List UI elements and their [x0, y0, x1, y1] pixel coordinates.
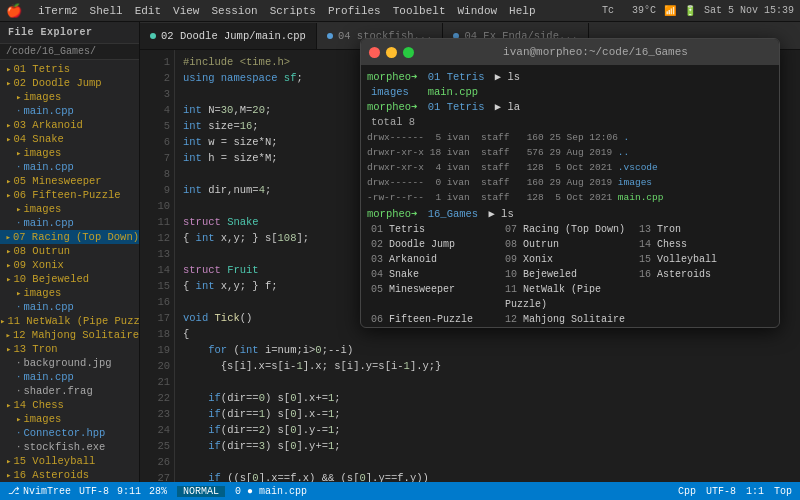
code-line-21	[183, 374, 792, 390]
game-09: 09 Xonix	[505, 252, 639, 267]
sidebar-item-06-fifteen[interactable]: ▸06 Fifteen-Puzzle	[0, 188, 139, 202]
minimize-button[interactable]	[386, 47, 397, 58]
code-line-24: if(dir==2) s[0].y-=1;	[183, 422, 792, 438]
sidebar-item-05-minesweeper[interactable]: ▸05 Minesweeper	[0, 174, 139, 188]
sidebar-item-maincpp-06[interactable]: ·main.cpp	[0, 216, 139, 230]
sidebar-item-10-bejeweled[interactable]: ▸10 Bejeweled	[0, 272, 139, 286]
sidebar-item-01-tetris[interactable]: ▸01 Tetris	[0, 62, 139, 76]
terminal-body[interactable]: morpheo➜ 01 Tetris ▶ ls images main.cpp …	[361, 65, 779, 327]
game-10: 10 Bejeweled	[505, 267, 639, 282]
menu-bar: 🍎 iTerm2 Shell Edit View Session Scripts…	[0, 0, 800, 22]
utf-status: UTF-8	[706, 486, 736, 497]
sidebar-tree[interactable]: ▸01 Tetris▸02 Doodle Jump▸images·main.cp…	[0, 60, 139, 500]
lang-status: Cpp	[678, 486, 696, 497]
sidebar-item-11-netwalk[interactable]: ▸11 NetWalk (Pipe Puzzle)	[0, 314, 139, 328]
vim-mode: NORMAL	[177, 486, 225, 497]
game-16: 16 Asteroids	[639, 267, 773, 282]
menu-shell[interactable]: Shell	[90, 5, 123, 17]
game-07: 07 Racing (Top Down)	[505, 222, 639, 237]
terminal-perm-4: drwx------ 0 ivan staff 160 29 Aug 2019 …	[367, 175, 773, 190]
menu-scripts[interactable]: Scripts	[270, 5, 316, 17]
tab-label-tab1: 02 Doodle Jump/main.cpp	[161, 30, 306, 42]
sidebar-item-maincpp-13[interactable]: ·main.cpp	[0, 370, 139, 384]
menu-help[interactable]: Help	[509, 5, 535, 17]
sidebar-item-02-doodle[interactable]: ▸02 Doodle Jump	[0, 76, 139, 90]
menu-window[interactable]: Window	[458, 5, 498, 17]
sidebar-item-14-chess[interactable]: ▸14 Chess	[0, 398, 139, 412]
code-line-22: if(dir==0) s[0].x+=1;	[183, 390, 792, 406]
close-button[interactable]	[369, 47, 380, 58]
terminal-perm-2: drwxr-xr-x 18 ivan staff 576 29 Aug 2019…	[367, 145, 773, 160]
pos-status: 1:1	[746, 486, 764, 497]
sidebar-item-background-jpg[interactable]: ·background.jpg	[0, 356, 139, 370]
sidebar-item-04-snake[interactable]: ▸04 Snake	[0, 132, 139, 146]
sidebar-item-09-xonix[interactable]: ▸09 Xonix	[0, 258, 139, 272]
datetime: Sat 5 Nov 15:39	[704, 5, 794, 16]
system-status: Tc 39°C	[602, 5, 656, 16]
sidebar-item-images-04[interactable]: ▸images	[0, 146, 139, 160]
sidebar-item-maincpp-02[interactable]: ·main.cpp	[0, 104, 139, 118]
battery-icon: 🔋	[684, 5, 696, 17]
sidebar-item-07-racing[interactable]: ▸07 Racing (Top Down)	[0, 230, 139, 244]
game-15: 15 Volleyball	[639, 252, 773, 267]
sidebar-item-images-10[interactable]: ▸images	[0, 286, 139, 300]
encoding-status: UTF-8	[79, 486, 109, 497]
sidebar-item-13-tron[interactable]: ▸13 Tron	[0, 342, 139, 356]
sidebar-item-15-volleyball[interactable]: ▸15 Volleyball	[0, 454, 139, 468]
line-col-status: 9:11	[117, 486, 141, 497]
wifi-icon: 📶	[664, 5, 676, 17]
game-03: 03 Arkanoid	[371, 252, 505, 267]
menu-edit[interactable]: Edit	[135, 5, 161, 17]
terminal-line-2: morpheo➜ 01 Tetris ▶ la	[367, 100, 773, 115]
terminal-title: ivan@morpheo:~/code/16_Games	[420, 46, 771, 58]
terminal-ls-output: images main.cpp	[371, 85, 773, 100]
sidebar-item-connector-hpp[interactable]: ·Connector.hpp	[0, 426, 139, 440]
sidebar-item-images-02[interactable]: ▸images	[0, 90, 139, 104]
sidebar-item-shader-frag[interactable]: ·shader.frag	[0, 384, 139, 398]
terminal-window[interactable]: ivan@morpheo:~/code/16_Games morpheo➜ 01…	[360, 38, 780, 328]
game-13: 13 Tron	[639, 222, 773, 237]
terminal-total: total 8	[371, 115, 773, 130]
game-14: 14 Chess	[639, 237, 773, 252]
branch-name: NvimTree	[23, 486, 71, 497]
scroll-status: Top	[774, 486, 792, 497]
file-status: 0 ● main.cpp	[235, 486, 307, 497]
game-08: 08 Outrun	[505, 237, 639, 252]
sidebar-item-maincpp-10[interactable]: ·main.cpp	[0, 300, 139, 314]
game-01: 01 Tetris	[371, 222, 505, 237]
game-06: 06 Fifteen-Puzzle	[371, 312, 505, 327]
code-line-25: if(dir==3) s[0].y+=1;	[183, 438, 792, 454]
menu-session[interactable]: Session	[211, 5, 257, 17]
sidebar-item-03-arkanoid[interactable]: ▸03 Arkanoid	[0, 118, 139, 132]
sidebar-item-08-outrun[interactable]: ▸08 Outrun	[0, 244, 139, 258]
sidebar-item-stockfish-exe[interactable]: ·stockfish.exe	[0, 440, 139, 454]
tab-dot-tab1	[150, 33, 156, 39]
menu-right: Tc 39°C 📶 🔋 Sat 5 Nov 15:39	[602, 5, 794, 17]
menu-profiles[interactable]: Profiles	[328, 5, 381, 17]
tab-tab1[interactable]: 02 Doodle Jump/main.cpp	[140, 23, 317, 49]
branch-icon: ⎇	[8, 485, 20, 497]
git-branch: ⎇ NvimTree	[8, 485, 71, 497]
sidebar-item-maincpp-04[interactable]: ·main.cpp	[0, 160, 139, 174]
menu-toolbelt[interactable]: Toolbelt	[393, 5, 446, 17]
file-explorer-sidebar: File Explorer /code/16_Games/ ▸01 Tetris…	[0, 22, 140, 500]
maximize-button[interactable]	[403, 47, 414, 58]
game-12: 12 Mahjong Solitaire	[505, 312, 639, 327]
sidebar-item-12-mahjong[interactable]: ▸12 Mahjong Solitaire	[0, 328, 139, 342]
sidebar-item-images-14[interactable]: ▸images	[0, 412, 139, 426]
sidebar-breadcrumb: /code/16_Games/	[0, 44, 139, 60]
apple-icon[interactable]: 🍎	[6, 3, 22, 19]
terminal-perm-5: -rw-r--r-- 1 ivan staff 128 5 Oct 2021 m…	[367, 190, 773, 205]
code-line-26	[183, 454, 792, 470]
sidebar-item-16-asteroids[interactable]: ▸16 Asteroids	[0, 468, 139, 482]
code-line-19: for (int i=num;i>0;--i)	[183, 342, 792, 358]
code-line-18: {	[183, 326, 792, 342]
menu-iterm2[interactable]: iTerm2	[38, 5, 78, 17]
terminal-perm-1: drwx------ 5 ivan staff 160 25 Sep 12:06…	[367, 130, 773, 145]
menu-view[interactable]: View	[173, 5, 199, 17]
terminal-games-grid: 01 Tetris 07 Racing (Top Down) 13 Tron 0…	[371, 222, 773, 327]
sidebar-item-images-06[interactable]: ▸images	[0, 202, 139, 216]
game-04: 04 Snake	[371, 267, 505, 282]
tab-dot-tab2	[327, 33, 333, 39]
terminal-line-3: morpheo➜ 16_Games ▶ ls	[367, 207, 773, 222]
